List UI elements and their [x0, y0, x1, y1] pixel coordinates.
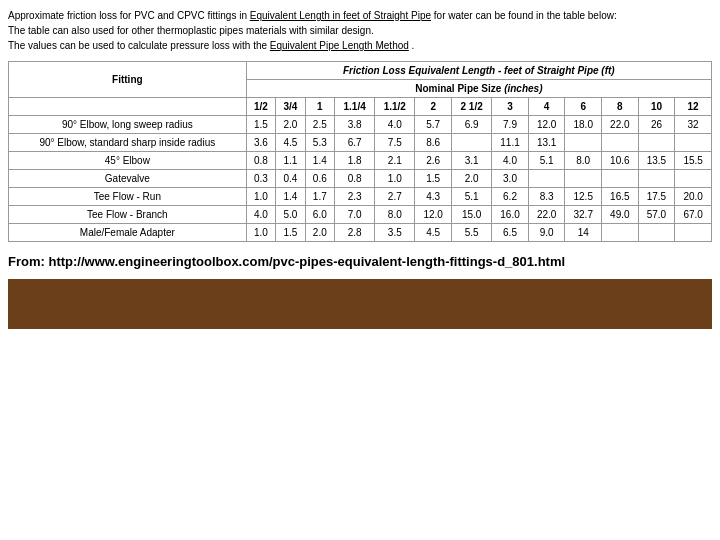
intro-link1: Equivalent Length in feet of Straight Pi… — [250, 10, 431, 21]
cell-value: 6.0 — [305, 206, 334, 224]
cell-value: 8.0 — [375, 206, 415, 224]
table-row: Tee Flow - Run1.01.41.72.32.74.35.16.28.… — [9, 188, 712, 206]
cell-value: 3.8 — [335, 116, 375, 134]
cell-value: 3.0 — [492, 170, 529, 188]
cell-value: 5.5 — [452, 224, 492, 242]
col-size-3: 3 — [492, 98, 529, 116]
cell-value: 8.3 — [528, 188, 565, 206]
fitting-name: 90° Elbow, standard sharp inside radius — [9, 134, 247, 152]
cell-value: 6.9 — [452, 116, 492, 134]
cell-value — [602, 224, 639, 242]
cell-value: 1.5 — [276, 224, 305, 242]
cell-value — [528, 170, 565, 188]
col-size-12: 12 — [675, 98, 712, 116]
col-size-0.5: 1/2 — [246, 98, 275, 116]
cell-value: 4.0 — [246, 206, 275, 224]
cell-value: 0.3 — [246, 170, 275, 188]
cell-value: 1.1 — [276, 152, 305, 170]
cell-value: 1.7 — [305, 188, 334, 206]
cell-value: 16.0 — [492, 206, 529, 224]
table-row: Male/Female Adapter1.01.52.02.83.54.55.5… — [9, 224, 712, 242]
cell-value: 5.1 — [528, 152, 565, 170]
cell-value: 6.5 — [492, 224, 529, 242]
intro-line3b: . — [412, 40, 415, 51]
cell-value: 10.6 — [602, 152, 639, 170]
fitting-name: 45° Elbow — [9, 152, 247, 170]
cell-value — [638, 224, 675, 242]
intro-line1: Approximate friction loss for PVC and CP… — [8, 10, 247, 21]
cell-value: 16.5 — [602, 188, 639, 206]
col-size-4: 4 — [528, 98, 565, 116]
cell-value: 8.6 — [415, 134, 452, 152]
main-header: Friction Loss Equivalent Length - feet o… — [246, 62, 711, 80]
cell-value: 4.5 — [415, 224, 452, 242]
sub-header: Nominal Pipe Size (inches) — [246, 80, 711, 98]
cell-value: 2.0 — [276, 116, 305, 134]
cell-value: 0.8 — [335, 170, 375, 188]
cell-value — [602, 134, 639, 152]
cell-value: 1.0 — [375, 170, 415, 188]
cell-value — [638, 134, 675, 152]
cell-value: 1.4 — [276, 188, 305, 206]
col-size-2: 2 — [415, 98, 452, 116]
intro-line2: The table can also used for other thermo… — [8, 25, 374, 36]
fitting-name: 90° Elbow, long sweep radius — [9, 116, 247, 134]
cell-value: 4.3 — [415, 188, 452, 206]
cell-value: 67.0 — [675, 206, 712, 224]
cell-value: 22.0 — [528, 206, 565, 224]
col-size-2.5: 2 1/2 — [452, 98, 492, 116]
cell-value: 2.5 — [305, 116, 334, 134]
col-size-1.5: 1.1/2 — [375, 98, 415, 116]
cell-value: 57.0 — [638, 206, 675, 224]
brown-bar — [8, 279, 712, 329]
cell-value: 18.0 — [565, 116, 602, 134]
fitting-header: Fitting — [9, 62, 247, 98]
cell-value: 1.8 — [335, 152, 375, 170]
cell-value: 3.5 — [375, 224, 415, 242]
fitting-name: Tee Flow - Run — [9, 188, 247, 206]
cell-value: 32 — [675, 116, 712, 134]
cell-value: 1.5 — [246, 116, 275, 134]
cell-value: 5.3 — [305, 134, 334, 152]
col-size-10: 10 — [638, 98, 675, 116]
table-row: 45° Elbow0.81.11.41.82.12.63.14.05.18.01… — [9, 152, 712, 170]
cell-value: 7.0 — [335, 206, 375, 224]
cell-value: 2.0 — [452, 170, 492, 188]
cell-value: 1.0 — [246, 188, 275, 206]
cell-value: 26 — [638, 116, 675, 134]
cell-value: 9.0 — [528, 224, 565, 242]
cell-value: 2.7 — [375, 188, 415, 206]
cell-value — [452, 134, 492, 152]
col-size-0.75: 3/4 — [276, 98, 305, 116]
cell-value: 5.1 — [452, 188, 492, 206]
cell-value: 12.0 — [415, 206, 452, 224]
cell-value: 13.1 — [528, 134, 565, 152]
cell-value: 8.0 — [565, 152, 602, 170]
cell-value: 32.7 — [565, 206, 602, 224]
cell-value: 1.4 — [305, 152, 334, 170]
fitting-name: Male/Female Adapter — [9, 224, 247, 242]
from-link: From: http://www.engineeringtoolbox.com/… — [8, 254, 712, 269]
cell-value: 4.5 — [276, 134, 305, 152]
col-size-1.25: 1.1/4 — [335, 98, 375, 116]
cell-value: 0.6 — [305, 170, 334, 188]
cell-value — [675, 224, 712, 242]
cell-value: 1.0 — [246, 224, 275, 242]
cell-value — [675, 170, 712, 188]
intro-line3: The values can be used to calculate pres… — [8, 40, 267, 51]
table-row: Tee Flow - Branch4.05.06.07.08.012.015.0… — [9, 206, 712, 224]
cell-value — [565, 170, 602, 188]
cell-value: 0.4 — [276, 170, 305, 188]
cell-value: 4.0 — [492, 152, 529, 170]
cell-value: 6.7 — [335, 134, 375, 152]
cell-value: 4.0 — [375, 116, 415, 134]
cell-value — [675, 134, 712, 152]
cell-value: 2.6 — [415, 152, 452, 170]
cell-value: 49.0 — [602, 206, 639, 224]
cell-value: 5.0 — [276, 206, 305, 224]
cell-value: 22.0 — [602, 116, 639, 134]
cell-value: 3.6 — [246, 134, 275, 152]
cell-value: 2.0 — [305, 224, 334, 242]
cell-value — [565, 134, 602, 152]
cell-value: 11.1 — [492, 134, 529, 152]
